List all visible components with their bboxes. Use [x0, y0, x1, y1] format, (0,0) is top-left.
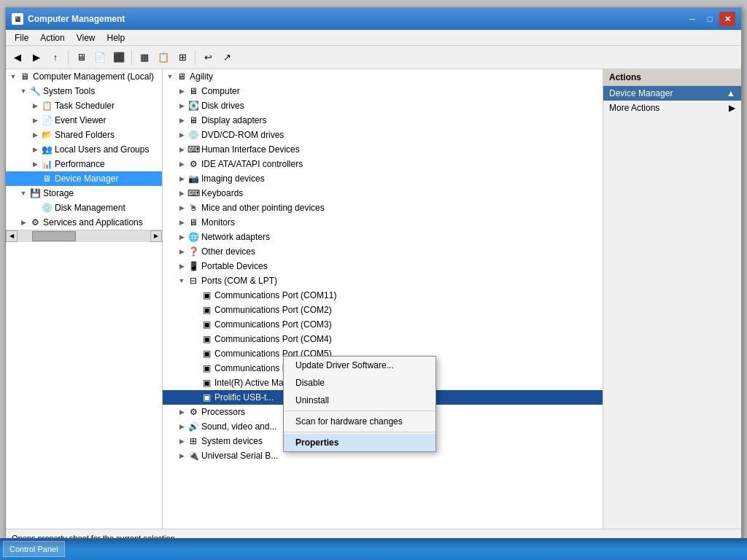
tree-root[interactable]: ▼ 🖥 Computer Management (Local)	[6, 69, 162, 84]
expand-system-tools[interactable]: ▼	[18, 85, 29, 97]
exp-disk-drives[interactable]: ▶	[176, 100, 187, 112]
toolbar-btn4[interactable]: ▦	[136, 49, 153, 66]
expand-perf[interactable]: ▶	[29, 158, 41, 170]
device-mice[interactable]: ▶ 🖱 Mice and other pointing devices	[163, 201, 603, 215]
device-ide[interactable]: ▶ ⚙ IDE ATA/ATAPI controllers	[163, 157, 603, 171]
expand-services[interactable]: ▶	[18, 217, 29, 228]
ctx-uninstall[interactable]: Uninstall	[284, 392, 436, 409]
tree-shared-folders[interactable]: ▶ 📂 Shared Folders	[6, 128, 162, 142]
toolbar-btn6[interactable]: ⊞	[174, 49, 191, 66]
exp-system[interactable]: ▶	[176, 435, 187, 447]
tree-performance[interactable]: ▶ 📊 Performance	[6, 157, 162, 171]
device-hid[interactable]: ▶ ⌨ Human Interface Devices	[163, 142, 603, 157]
disk-management-label: Disk Management	[55, 203, 125, 213]
action-device-manager-label: Device Manager	[609, 88, 673, 98]
device-imaging[interactable]: ▶ 📷 Imaging devices	[163, 171, 603, 186]
expand-agility[interactable]: ▼	[164, 71, 176, 82]
device-com4[interactable]: ▶ ▣ Communications Port (COM4)	[163, 332, 603, 346]
exp-display[interactable]: ▶	[176, 114, 187, 126]
device-network[interactable]: ▶ 🌐 Network adapters	[163, 230, 603, 244]
expand-event[interactable]: ▶	[29, 114, 41, 126]
device-com11[interactable]: ▶ ▣ Communications Port (COM11)	[163, 288, 603, 303]
com2-label: Communications Port (COM2)	[214, 305, 332, 315]
expand-shared[interactable]: ▶	[29, 129, 41, 141]
taskbar-control-panel[interactable]: Control Panel	[3, 541, 65, 557]
toolbar-btn8[interactable]: ↗	[218, 49, 236, 66]
exp-network[interactable]: ▶	[176, 231, 187, 243]
scroll-thumb[interactable]	[32, 231, 76, 241]
tree-event-viewer[interactable]: ▶ 📄 Event Viewer	[6, 113, 162, 128]
device-ports[interactable]: ▼ ⊟ Ports (COM & LPT)	[163, 273, 603, 288]
tree-services[interactable]: ▶ ⚙ Services and Applications	[6, 215, 162, 230]
toolbar-btn2[interactable]: 📄	[91, 49, 109, 66]
tree-storage[interactable]: ▼ 💾 Storage	[6, 186, 162, 201]
root-icon: 🖥	[19, 71, 31, 82]
exp-other[interactable]: ▶	[176, 246, 187, 257]
device-root[interactable]: ▼ 🖥 Agility	[163, 69, 603, 84]
toolbar-up[interactable]: ↑	[47, 49, 64, 66]
device-dvd[interactable]: ▶ 💿 DVD/CD-ROM drives	[163, 128, 603, 142]
scroll-right[interactable]: ▶	[150, 230, 162, 242]
tree-system-tools[interactable]: ▼ 🔧 System Tools	[6, 84, 162, 98]
menu-file[interactable]: File	[9, 31, 34, 44]
device-computer[interactable]: ▶ 🖥 Computer	[163, 84, 603, 98]
left-scrollbar[interactable]: ◀ ▶	[6, 230, 162, 241]
expand-devmgr[interactable]	[29, 173, 41, 184]
menu-action[interactable]: Action	[34, 31, 70, 44]
com3-label: Communications Port (COM3)	[214, 319, 332, 330]
expand-task[interactable]: ▶	[29, 100, 41, 112]
expand-root[interactable]: ▼	[7, 71, 19, 82]
exp-processors[interactable]: ▶	[176, 406, 187, 418]
expand-disk[interactable]	[29, 202, 41, 214]
exp-mice[interactable]: ▶	[176, 202, 187, 214]
network-label: Network adapters	[201, 232, 270, 242]
action-more-actions[interactable]: More Actions ▶	[603, 101, 741, 115]
ctx-disable[interactable]: Disable	[284, 374, 436, 392]
exp-computer[interactable]: ▶	[176, 85, 187, 97]
action-device-manager[interactable]: Device Manager ▲	[603, 86, 741, 101]
storage-label: Storage	[43, 188, 74, 198]
exp-ports[interactable]: ▼	[176, 275, 187, 287]
toolbar-btn7[interactable]: ↩	[199, 49, 217, 66]
device-portable[interactable]: ▶ 📱 Portable Devices	[163, 259, 603, 273]
toolbar-btn3[interactable]: ⬛	[110, 49, 128, 66]
tree-local-users[interactable]: ▶ 👥 Local Users and Groups	[6, 142, 162, 157]
device-other[interactable]: ▶ ❓ Other devices	[163, 244, 603, 259]
maximize-button[interactable]: □	[702, 12, 718, 26]
close-button[interactable]: ✕	[719, 12, 735, 26]
exp-hid[interactable]: ▶	[176, 144, 187, 155]
device-display[interactable]: ▶ 🖥 Display adapters	[163, 113, 603, 128]
ctx-update-driver[interactable]: Update Driver Software...	[284, 357, 436, 374]
expand-users[interactable]: ▶	[29, 144, 41, 155]
device-com2[interactable]: ▶ ▣ Communications Port (COM2)	[163, 303, 603, 317]
device-disk-drives[interactable]: ▶ 💽 Disk drives	[163, 98, 603, 113]
tree-root-label: Computer Management (Local)	[33, 71, 154, 82]
exp-monitors[interactable]: ▶	[176, 217, 187, 228]
scroll-left[interactable]: ◀	[6, 230, 18, 242]
device-monitors[interactable]: ▶ 🖥 Monitors	[163, 215, 603, 230]
tree-disk-management[interactable]: 💿 Disk Management	[6, 201, 162, 215]
ctx-scan-hardware[interactable]: Scan for hardware changes	[284, 413, 436, 430]
toolbar-forward[interactable]: ▶	[28, 49, 45, 66]
device-keyboards[interactable]: ▶ ⌨ Keyboards	[163, 186, 603, 201]
exp-keyboards[interactable]: ▶	[176, 187, 187, 199]
menu-view[interactable]: View	[71, 31, 101, 44]
exp-portable[interactable]: ▶	[176, 260, 187, 272]
exp-sound[interactable]: ▶	[176, 421, 187, 432]
toolbar-btn1[interactable]: 🖥	[72, 49, 90, 66]
toolbar-back[interactable]: ◀	[9, 49, 26, 66]
toolbar-btn5[interactable]: 📋	[155, 49, 172, 66]
ports-label: Ports (COM & LPT)	[201, 276, 277, 286]
minimize-button[interactable]: ─	[684, 12, 700, 26]
exp-usb[interactable]: ▶	[176, 450, 187, 462]
tree-task-scheduler[interactable]: ▶ 📋 Task Scheduler	[6, 98, 162, 113]
ctx-properties[interactable]: Properties	[284, 434, 436, 451]
menu-help[interactable]: Help	[101, 31, 131, 44]
exp-dvd[interactable]: ▶	[176, 129, 187, 141]
expand-storage[interactable]: ▼	[18, 187, 29, 199]
exp-imaging[interactable]: ▶	[176, 173, 187, 184]
scroll-track[interactable]	[18, 230, 150, 242]
exp-ide[interactable]: ▶	[176, 158, 187, 170]
device-com3[interactable]: ▶ ▣ Communications Port (COM3)	[163, 317, 603, 332]
tree-device-manager[interactable]: 🖥 Device Manager	[6, 171, 162, 186]
